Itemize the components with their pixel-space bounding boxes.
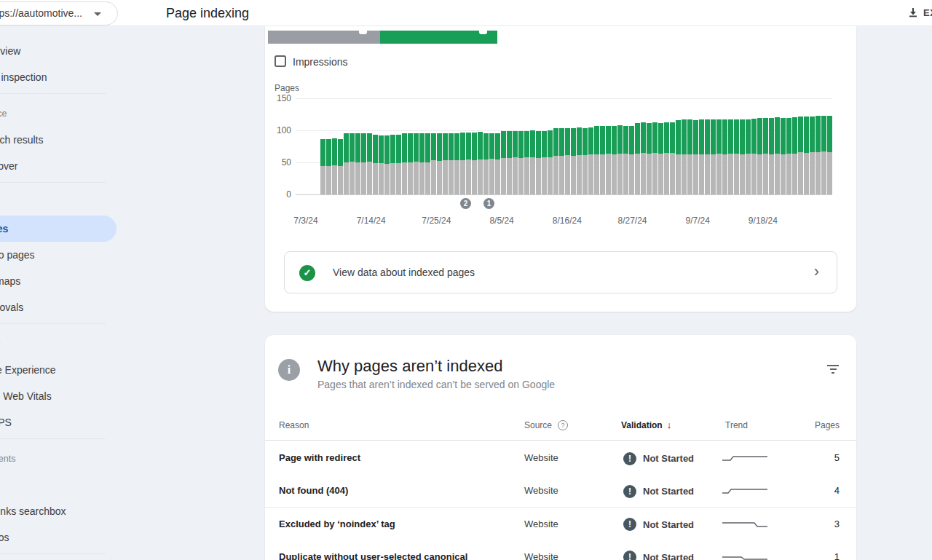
chart-bar[interactable] bbox=[769, 118, 774, 194]
sidebar-item-removals[interactable]: Removals bbox=[0, 294, 119, 320]
chart-bar[interactable] bbox=[379, 135, 384, 194]
table-row[interactable]: Page with redirectWebsite!Not Started5 bbox=[265, 441, 856, 475]
chart-bar[interactable] bbox=[326, 139, 331, 194]
chart-bar[interactable] bbox=[612, 126, 617, 194]
chart-bar[interactable] bbox=[728, 119, 733, 194]
chart-bar[interactable] bbox=[355, 133, 360, 194]
chart-bar[interactable] bbox=[553, 128, 558, 194]
chart-bar[interactable] bbox=[483, 133, 489, 194]
chart-bar[interactable] bbox=[402, 133, 407, 194]
view-indexed-data-banner[interactable]: ✓ View data about indexed pages › bbox=[284, 251, 837, 293]
chart-bar[interactable] bbox=[600, 126, 605, 194]
chart-bar[interactable] bbox=[408, 133, 413, 194]
chart-bar[interactable] bbox=[652, 122, 657, 194]
chart-bar[interactable] bbox=[676, 120, 681, 194]
property-selector[interactable]: https://aautomotive... bbox=[0, 1, 118, 25]
chart-bar[interactable] bbox=[536, 131, 541, 194]
chart-annotation-marker[interactable]: 1 bbox=[483, 198, 494, 209]
chart-bar[interactable] bbox=[594, 126, 599, 194]
chart-bar[interactable] bbox=[361, 133, 366, 194]
chart-bar[interactable] bbox=[664, 122, 669, 194]
chart-bar[interactable] bbox=[390, 135, 395, 194]
chart-bar[interactable] bbox=[425, 133, 430, 195]
chart-bar[interactable] bbox=[740, 119, 745, 194]
sidebar-item-faq[interactable]: FAQ bbox=[0, 472, 119, 498]
chart-bar[interactable] bbox=[466, 133, 471, 194]
chart-bar[interactable] bbox=[781, 118, 786, 194]
chart-bar[interactable] bbox=[344, 133, 349, 194]
column-source[interactable]: Source? bbox=[524, 410, 568, 441]
sidebar-item-sitelinks-searchbox[interactable]: Sitelinks searchbox bbox=[0, 498, 119, 524]
chart-bar[interactable] bbox=[699, 119, 704, 194]
chart-bar[interactable] bbox=[582, 128, 588, 194]
chart-bar[interactable] bbox=[507, 131, 512, 194]
chart-bar[interactable] bbox=[617, 125, 623, 194]
chart-bar[interactable] bbox=[338, 139, 343, 194]
chart-bar[interactable] bbox=[682, 119, 687, 194]
chart-bar[interactable] bbox=[786, 118, 791, 194]
chart-bar[interactable] bbox=[449, 133, 454, 194]
chart-bar[interactable] bbox=[350, 133, 355, 194]
indexed-toggle-strip[interactable] bbox=[380, 31, 497, 44]
chart-bar[interactable] bbox=[565, 128, 570, 194]
chart-bar[interactable] bbox=[746, 119, 751, 194]
chart-bar[interactable] bbox=[722, 119, 727, 194]
column-trend[interactable]: Trend bbox=[725, 410, 748, 441]
chart-bar[interactable] bbox=[763, 118, 768, 194]
chart-bar[interactable] bbox=[332, 138, 337, 194]
chart-bar[interactable] bbox=[472, 133, 477, 194]
chart-bar[interactable] bbox=[606, 126, 611, 194]
chart-bar[interactable] bbox=[716, 119, 722, 194]
chart-bar[interactable] bbox=[542, 131, 547, 194]
table-row[interactable]: Excluded by ‘noindex’ tagWebsite!Not Sta… bbox=[265, 508, 856, 541]
chart-bar[interactable] bbox=[821, 116, 826, 194]
chart-bar[interactable] bbox=[367, 133, 372, 194]
not-indexed-toggle-strip[interactable] bbox=[268, 31, 380, 44]
chart-bar[interactable] bbox=[577, 127, 582, 194]
chart-bar[interactable] bbox=[524, 131, 529, 194]
sidebar-item-video-pages[interactable]: Video pages bbox=[0, 242, 119, 268]
chart-bar[interactable] bbox=[792, 117, 797, 194]
chart-bar[interactable] bbox=[775, 117, 780, 194]
chart-bar[interactable] bbox=[530, 130, 535, 194]
chart-bar[interactable] bbox=[693, 120, 698, 194]
export-button[interactable]: EXPORT bbox=[904, 0, 932, 26]
chart-bar[interactable] bbox=[419, 133, 424, 194]
chart-bar[interactable] bbox=[518, 131, 524, 194]
help-icon[interactable]: ? bbox=[558, 420, 568, 430]
chart-bar[interactable] bbox=[670, 122, 675, 194]
column-validation[interactable]: Validation↓ bbox=[621, 410, 671, 441]
chart-bar[interactable] bbox=[757, 118, 762, 194]
sidebar-item-videos[interactable]: Videos bbox=[0, 524, 119, 551]
chart-bar[interactable] bbox=[454, 133, 459, 195]
sidebar-item-page-experience[interactable]: Page Experience bbox=[0, 357, 119, 383]
chart-bar[interactable] bbox=[635, 123, 640, 194]
chart-bar[interactable] bbox=[827, 116, 832, 194]
impressions-checkbox[interactable] bbox=[275, 55, 286, 67]
sidebar-item-core-web-vitals[interactable]: Core Web Vitals bbox=[0, 383, 119, 409]
chart-bar[interactable] bbox=[548, 130, 553, 194]
sidebar-item-discover[interactable]: Discover bbox=[0, 153, 119, 179]
chart-bar[interactable] bbox=[647, 123, 652, 194]
sidebar-item-overview[interactable]: Overview bbox=[0, 38, 119, 64]
filter-icon[interactable] bbox=[827, 365, 839, 376]
chart-bar[interactable] bbox=[623, 126, 628, 194]
chart-bar[interactable] bbox=[320, 139, 325, 194]
column-reason[interactable]: Reason bbox=[279, 410, 309, 441]
chart-bar[interactable] bbox=[798, 117, 803, 194]
chart-bar[interactable] bbox=[705, 119, 710, 194]
chart-bar[interactable] bbox=[588, 127, 593, 194]
chart-bar[interactable] bbox=[373, 135, 378, 194]
chart-bar[interactable] bbox=[396, 135, 401, 194]
chart-bar[interactable] bbox=[687, 119, 692, 194]
table-row[interactable]: Duplicate without user-selected canonica… bbox=[265, 540, 856, 560]
chart-bar[interactable] bbox=[810, 117, 815, 194]
chart-bar[interactable] bbox=[414, 133, 419, 194]
chart-bar[interactable] bbox=[711, 119, 716, 194]
chart-bar[interactable] bbox=[437, 133, 442, 194]
chart-bar[interactable] bbox=[495, 133, 500, 194]
column-pages[interactable]: Pages bbox=[815, 410, 840, 441]
chart-bar[interactable] bbox=[641, 122, 646, 194]
chart-bar[interactable] bbox=[629, 126, 634, 194]
chart-annotation-marker[interactable]: 2 bbox=[460, 198, 471, 209]
